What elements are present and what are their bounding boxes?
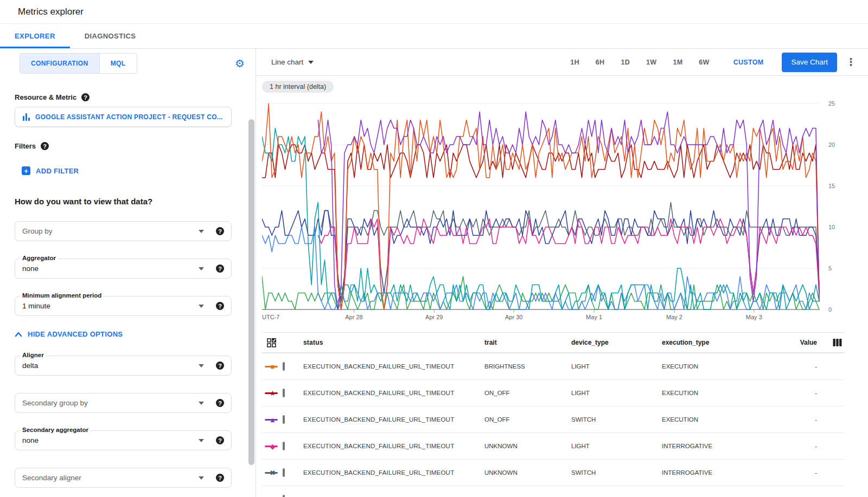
help-icon[interactable]: ? <box>216 362 224 370</box>
mode-configuration-button[interactable]: CONFIGURATION <box>20 54 99 73</box>
table-row: ▲ EXECUTION_BACKEND_FAILURE_URL_TIMEOUT … <box>262 406 844 433</box>
line-chart-svg[interactable]: 0510152025Apr 28Apr 29Apr 30May 1May 2Ma… <box>262 97 851 322</box>
execution-type-cell: EXECUTION <box>662 416 770 423</box>
chevron-down-icon <box>199 402 204 405</box>
device-type-cell: SWITCH <box>571 469 662 476</box>
svg-text:20: 20 <box>828 141 835 148</box>
series-table-header: status trait device_type execution_type … <box>262 332 844 353</box>
execution-type-cell: EXECUTION <box>662 390 770 396</box>
series-marker-icon: ■ <box>265 362 278 371</box>
row-checkbox[interactable] <box>283 495 285 497</box>
chevron-down-icon <box>199 476 204 480</box>
svg-text:15: 15 <box>828 183 835 189</box>
settings-gear-icon[interactable]: ⚙ <box>235 58 245 69</box>
table-row: ✖ EXECUTION_BACKEND_FAILURE_URL_TIMEOUT … <box>262 459 844 486</box>
columns-icon[interactable] <box>833 338 842 347</box>
aligner-select[interactable]: Aligner delta ? <box>15 356 232 376</box>
column-value[interactable]: Value <box>770 339 819 346</box>
secondary-aggregator-select[interactable]: Secondary aggregator none ? <box>15 430 232 450</box>
range-1w-button[interactable]: 1W <box>646 59 656 66</box>
help-icon[interactable]: ? <box>41 142 49 150</box>
interval-badge: 1 hr interval (delta) <box>262 81 334 93</box>
title-bar: Metrics explorer <box>0 0 868 24</box>
help-icon[interactable]: ? <box>216 474 224 482</box>
min-alignment-select[interactable]: Minimum alignment period 1 minute ? <box>15 296 232 316</box>
column-trait[interactable]: trait <box>484 339 571 346</box>
svg-text:UTC-7: UTC-7 <box>262 314 279 320</box>
table-row: ◆ EXECUTION_BACKEND_FAILURE_URL_TIMEOUT … <box>262 433 844 459</box>
panel-scrollbar[interactable] <box>248 119 254 465</box>
help-icon[interactable]: ? <box>81 93 90 101</box>
row-checkbox[interactable] <box>283 468 285 477</box>
range-6h-button[interactable]: 6H <box>596 59 605 66</box>
config-body: Resource & Metric ? GOOGLE ASSISTANT ACT… <box>0 93 256 488</box>
device-type-cell: LIGHT <box>571 443 662 449</box>
resource-metric-section: Resource & Metric ? <box>15 93 232 101</box>
secondary-aggregator-value: none <box>22 436 39 444</box>
add-filter-button[interactable]: + ADD FILTER <box>15 166 232 175</box>
range-1d-button[interactable]: 1D <box>621 59 630 66</box>
secondary-aligner-select[interactable]: Secondary aligner ? <box>15 468 232 488</box>
hide-advanced-options-toggle[interactable]: HIDE ADVANCED OPTIONS <box>15 330 232 338</box>
tab-diagnostics[interactable]: DIAGNOSTICS <box>70 24 151 48</box>
secondary-aligner-placeholder: Secondary aligner <box>22 474 81 482</box>
row-checkbox[interactable] <box>283 362 285 371</box>
aggregator-value: none <box>22 264 39 273</box>
value-cell: - <box>770 443 819 449</box>
more-options-icon[interactable]: ⋮ <box>846 56 856 68</box>
svg-text:0: 0 <box>828 306 832 313</box>
help-icon[interactable]: ? <box>216 227 224 235</box>
filters-label: Filters <box>15 142 36 150</box>
column-status[interactable]: status <box>300 339 484 346</box>
range-1h-button[interactable]: 1H <box>570 59 579 66</box>
secondary-group-by-select[interactable]: Secondary group by ? <box>15 393 232 413</box>
aggregator-label: Aggregator <box>20 255 58 261</box>
resource-metric-label: Resource & Metric <box>15 93 76 101</box>
aggregator-select[interactable]: Aggregator none ? <box>15 259 232 279</box>
row-checkbox[interactable] <box>283 442 285 450</box>
series-marker-icon: ▲ <box>265 415 278 424</box>
help-icon[interactable]: ? <box>216 302 224 310</box>
series-marker-icon: ✖ <box>265 468 278 477</box>
tab-bar: EXPLORER DIAGNOSTICS <box>0 24 868 49</box>
svg-text:5: 5 <box>828 265 832 272</box>
aligner-label: Aligner <box>20 352 46 358</box>
range-custom-button[interactable]: CUSTOM <box>733 59 764 66</box>
chevron-down-icon <box>308 61 314 64</box>
row-checkbox[interactable] <box>283 389 285 397</box>
range-6w-button[interactable]: 6W <box>699 59 709 66</box>
mode-mql-button[interactable]: MQL <box>99 54 137 73</box>
value-cell: - <box>770 469 819 476</box>
trait-cell: UNKNOWN <box>484 469 571 476</box>
chevron-up-icon <box>15 331 22 338</box>
group-by-select[interactable]: Group by ? <box>15 221 232 241</box>
column-execution-type[interactable]: execution_type <box>662 339 770 346</box>
help-icon[interactable]: ? <box>216 436 224 444</box>
select-all-icon[interactable] <box>267 338 276 347</box>
row-checkbox[interactable] <box>283 415 285 424</box>
help-icon[interactable]: ? <box>216 264 224 273</box>
chart-toolbar: Line chart 1H 6H 1D 1W 1M 6W CUSTOM Save… <box>256 49 868 76</box>
svg-text:25: 25 <box>828 100 835 107</box>
chevron-down-icon <box>199 364 204 367</box>
trait-cell: BRIGHTNESS <box>484 363 571 370</box>
chart-area: 1 hr interval (delta) 0510152025Apr 28Ap… <box>256 76 868 322</box>
chart-panel: Line chart 1H 6H 1D 1W 1M 6W CUSTOM Save… <box>256 49 868 497</box>
execution-type-cell: INTERROGATIVE <box>662 443 770 449</box>
tab-diagnostics-label: DIAGNOSTICS <box>85 32 136 40</box>
table-row: ★ EXECUTION_BACKEND_FAILURE_URL_TIMEOUT … <box>262 379 844 406</box>
trait-cell: ON_OFF <box>484 390 571 396</box>
trait-cell: UNKNOWN <box>484 443 571 449</box>
tab-explorer[interactable]: EXPLORER <box>0 24 70 48</box>
save-chart-button[interactable]: Save Chart <box>782 53 837 72</box>
range-1m-button[interactable]: 1M <box>673 59 682 66</box>
resource-metric-chip[interactable]: GOOGLE ASSISTANT ACTION PROJECT - REQUES… <box>15 107 232 127</box>
chart-type-dropdown[interactable]: Line chart <box>271 58 314 66</box>
series-marker-icon: ★ <box>265 389 278 397</box>
execution-type-cell: EXECUTION <box>662 363 770 370</box>
status-cell: EXECUTION_BACKEND_FAILURE_URL_TIMEOUT <box>300 390 484 396</box>
device-type-cell: SWITCH <box>571 416 662 423</box>
column-device-type[interactable]: device_type <box>571 339 662 346</box>
help-icon[interactable]: ? <box>216 399 224 407</box>
svg-text:Apr 28: Apr 28 <box>345 314 362 320</box>
